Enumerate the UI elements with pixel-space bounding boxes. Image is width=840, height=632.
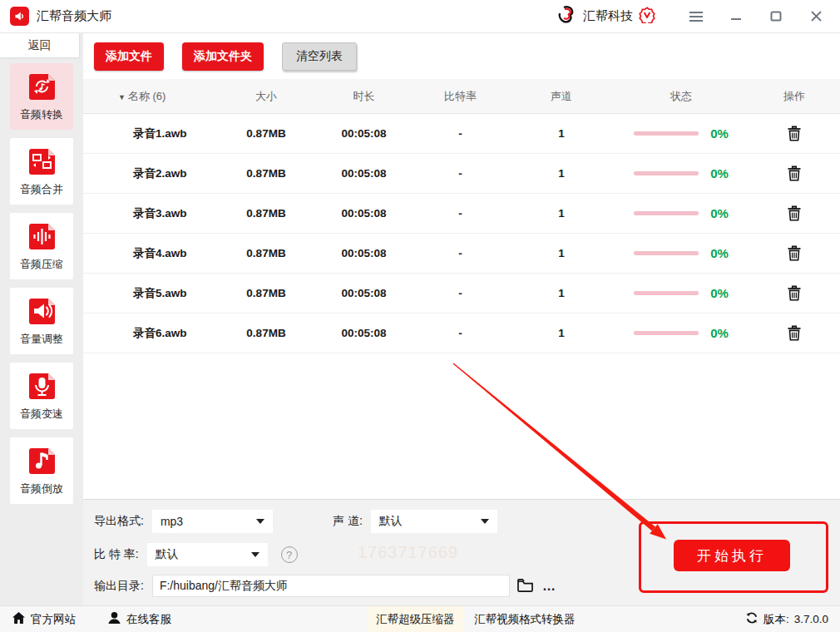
sort-caret-icon: ▼ bbox=[118, 93, 126, 101]
file-bitrate: - bbox=[412, 327, 509, 339]
chevron-down-icon bbox=[256, 519, 264, 524]
file-size: 0.87MB bbox=[216, 167, 316, 180]
file-status: 0% bbox=[614, 126, 749, 141]
sidebar-item-audio-convert[interactable]: 音频转换 bbox=[10, 63, 73, 130]
file-size: 0.87MB bbox=[216, 247, 316, 259]
version-label: 版本: bbox=[763, 612, 789, 627]
file-duration: 00:05:08 bbox=[316, 127, 412, 140]
sidebar-nav: 音频转换 音频合并 音频压缩 音量调整 音频变速 音频倒放 bbox=[10, 63, 73, 512]
delete-icon[interactable] bbox=[787, 205, 802, 221]
file-status: 0% bbox=[614, 326, 749, 340]
progress-percent: 0% bbox=[710, 166, 729, 180]
table-row[interactable]: 录音5.awb 0.87MB 00:05:08 - 1 0% bbox=[83, 274, 840, 314]
file-status: 0% bbox=[614, 286, 749, 300]
file-duration: 00:05:08 bbox=[316, 207, 412, 220]
app-title: 汇帮音频大师 bbox=[37, 8, 111, 24]
progress-bar bbox=[634, 331, 699, 335]
audio-compress-icon bbox=[27, 221, 57, 252]
progress-percent: 0% bbox=[710, 126, 729, 141]
title-bar: 汇帮音频大师 汇帮科技 bbox=[0, 0, 840, 33]
table-row[interactable]: 录音4.awb 0.87MB 00:05:08 - 1 0% bbox=[83, 234, 840, 274]
progress-percent: 0% bbox=[710, 206, 729, 220]
file-name: 录音6.awb bbox=[83, 326, 216, 341]
column-header-bitrate[interactable]: 比特率 bbox=[412, 89, 509, 104]
folder-icon[interactable] bbox=[516, 578, 534, 595]
export-format-value: mp3 bbox=[161, 515, 183, 528]
file-channels: 1 bbox=[509, 207, 614, 220]
table-row[interactable]: 录音6.awb 0.87MB 00:05:08 - 1 0% bbox=[83, 314, 840, 353]
file-name: 录音5.awb bbox=[83, 286, 216, 301]
audio-reverse-icon bbox=[27, 446, 57, 476]
video-converter-app-link[interactable]: 汇帮视频格式转换器 bbox=[474, 606, 576, 632]
add-file-button[interactable]: 添加文件 bbox=[94, 42, 164, 71]
menu-icon[interactable] bbox=[682, 6, 710, 27]
file-channels: 1 bbox=[509, 247, 614, 259]
toolbar: 添加文件 添加文件夹 清空列表 bbox=[83, 33, 840, 79]
brand-name: 汇帮科技 bbox=[583, 8, 633, 24]
sidebar-item-audio-speed[interactable]: 音频变速 bbox=[10, 363, 73, 429]
sidebar-item-audio-compress[interactable]: 音频压缩 bbox=[10, 213, 73, 279]
channel-select[interactable]: 默认 bbox=[371, 510, 497, 533]
audio-speed-icon bbox=[27, 371, 57, 402]
audio-merge-icon bbox=[27, 146, 57, 177]
output-dir-input[interactable] bbox=[152, 575, 510, 597]
delete-icon[interactable] bbox=[787, 165, 802, 181]
delete-icon[interactable] bbox=[787, 126, 802, 141]
progress-percent: 0% bbox=[710, 286, 729, 300]
column-header-duration[interactable]: 时长 bbox=[316, 89, 412, 104]
clear-list-button[interactable]: 清空列表 bbox=[282, 42, 357, 71]
file-bitrate: - bbox=[412, 247, 509, 259]
table-row[interactable]: 录音2.awb 0.87MB 00:05:08 - 1 0% bbox=[83, 154, 840, 194]
table-row[interactable]: 录音1.awb 0.87MB 00:05:08 - 1 0% bbox=[83, 114, 840, 154]
file-channels: 1 bbox=[509, 167, 614, 180]
compressor-app-link[interactable]: 汇帮超级压缩器 bbox=[368, 606, 463, 632]
file-bitrate: - bbox=[412, 287, 509, 299]
close-button[interactable] bbox=[802, 6, 830, 27]
back-button[interactable]: 返回 bbox=[0, 33, 79, 57]
file-bitrate: - bbox=[412, 127, 509, 140]
file-size: 0.87MB bbox=[216, 207, 316, 220]
file-size: 0.87MB bbox=[216, 327, 316, 339]
column-header-name[interactable]: ▼名称 (6) bbox=[83, 89, 216, 104]
file-status: 0% bbox=[614, 166, 749, 180]
maximize-button[interactable] bbox=[762, 6, 790, 27]
sidebar: 返回 音频转换 音频合并 音频压缩 音量调整 音频变速 音频倒放 bbox=[0, 33, 83, 605]
add-folder-button[interactable]: 添加文件夹 bbox=[182, 42, 264, 71]
column-header-action: 操作 bbox=[749, 89, 840, 104]
output-dir-label: 输出目录: bbox=[94, 579, 144, 594]
column-header-size[interactable]: 大小 bbox=[216, 89, 316, 104]
refresh-icon[interactable] bbox=[745, 611, 758, 627]
progress-bar bbox=[634, 291, 699, 295]
bitrate-label: 比 特 率: bbox=[94, 547, 139, 562]
file-duration: 00:05:08 bbox=[316, 167, 412, 180]
sidebar-item-audio-reverse[interactable]: 音频倒放 bbox=[10, 437, 73, 504]
delete-icon[interactable] bbox=[787, 285, 802, 301]
start-button[interactable]: 开始执行 bbox=[674, 540, 790, 571]
file-size: 0.87MB bbox=[216, 127, 316, 140]
sidebar-item-volume-adjust[interactable]: 音量调整 bbox=[10, 288, 73, 354]
column-header-channels[interactable]: 声道 bbox=[509, 89, 614, 104]
delete-icon[interactable] bbox=[787, 245, 802, 261]
sidebar-item-audio-merge[interactable]: 音频合并 bbox=[10, 138, 73, 205]
online-service-link[interactable]: 在线客服 bbox=[107, 611, 171, 627]
delete-icon[interactable] bbox=[787, 325, 802, 341]
file-duration: 00:05:08 bbox=[316, 287, 412, 299]
file-status: 0% bbox=[614, 246, 749, 260]
export-format-select[interactable]: mp3 bbox=[152, 510, 273, 533]
file-action bbox=[749, 165, 840, 181]
minimize-button[interactable] bbox=[722, 6, 750, 27]
volume-adjust-icon bbox=[27, 296, 57, 327]
app-window: 汇帮音频大师 汇帮科技 bbox=[0, 0, 840, 632]
bitrate-select[interactable]: 默认 bbox=[147, 543, 268, 566]
browse-more-button[interactable]: … bbox=[542, 579, 556, 594]
table-row[interactable]: 录音3.awb 0.87MB 00:05:08 - 1 0% bbox=[83, 194, 840, 234]
column-header-status[interactable]: 状态 bbox=[614, 89, 749, 104]
bitrate-value: 默认 bbox=[156, 547, 179, 562]
verified-badge-icon bbox=[639, 7, 655, 27]
file-bitrate: - bbox=[412, 207, 509, 220]
brand-area: 汇帮科技 bbox=[557, 5, 655, 28]
file-size: 0.87MB bbox=[216, 287, 316, 299]
official-site-link[interactable]: 官方网站 bbox=[12, 611, 76, 627]
help-icon[interactable]: ? bbox=[281, 546, 298, 563]
file-action bbox=[749, 245, 840, 261]
